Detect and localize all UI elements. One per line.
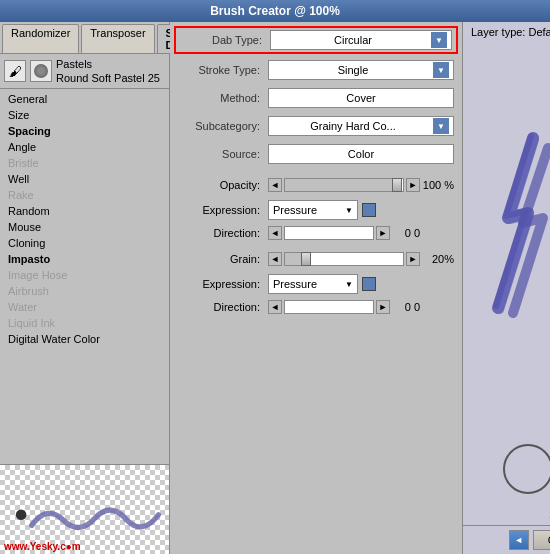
opacity-thumb[interactable] <box>392 178 402 192</box>
nav-item-rake: Rake <box>0 187 169 203</box>
grain-expr-checkbox[interactable] <box>362 277 376 291</box>
clear-button[interactable]: Clear <box>533 530 550 550</box>
nav-list: General Size Spacing Angle Bristle Well … <box>0 89 169 464</box>
opacity-expr-arrow: ▼ <box>345 206 353 215</box>
nav-item-bristle: Bristle <box>0 155 169 171</box>
nav-item-image-hose: Image Hose <box>0 267 169 283</box>
opacity-dir-label: Direction: <box>178 227 268 239</box>
opacity-label: Opacity: <box>178 179 268 191</box>
opacity-value: 100 % <box>422 179 454 191</box>
stroke-type-value: Single <box>273 64 433 76</box>
nav-item-random[interactable]: Random <box>0 203 169 219</box>
tabs-container: Randomizer Transposer Stroke Designer <box>0 22 169 54</box>
nav-item-water: Water <box>0 299 169 315</box>
grain-dir-value: 0 0 <box>392 301 420 313</box>
title-text: Brush Creator @ 100% <box>210 4 340 18</box>
nav-item-well[interactable]: Well <box>0 171 169 187</box>
nav-item-liquid-ink: Liquid Ink <box>0 315 169 331</box>
grain-expr-dropdown[interactable]: Pressure ▼ <box>268 274 358 294</box>
opacity-expr-label: Expression: <box>178 204 268 216</box>
stroke-type-field: Single ▼ <box>268 60 454 80</box>
brush-preview-area: www.Yesky.c●m <box>0 464 169 554</box>
source-value: Color <box>273 148 449 160</box>
circle-preview-container <box>463 444 550 494</box>
opacity-expr-value: Pressure <box>273 204 317 216</box>
nav-item-general[interactable]: General <box>0 91 169 107</box>
dab-type-label: Dab Type: <box>180 34 270 46</box>
nav-item-size[interactable]: Size <box>0 107 169 123</box>
nav-item-airbrush: Airbrush <box>0 283 169 299</box>
nav-item-angle[interactable]: Angle <box>0 139 169 155</box>
grain-expr-label: Expression: <box>178 278 268 290</box>
method-row: Method: Cover <box>174 86 458 110</box>
stroke-type-row: Stroke Type: Single ▼ <box>174 58 458 82</box>
bottom-buttons: ◄ Clear <box>463 525 550 554</box>
grain-decrease[interactable]: ◄ <box>268 252 282 266</box>
grain-slider-container: ◄ ► 20% <box>268 252 454 266</box>
brush-category: Pastels <box>56 58 160 70</box>
settings-panel: Dab Type: Circular ▼ Stroke Type: Single… <box>170 22 462 554</box>
method-value: Cover <box>273 92 449 104</box>
grain-dir-container: ◄ ► 0 0 <box>268 300 420 314</box>
opacity-dir-track[interactable] <box>284 226 374 240</box>
grain-dir-track[interactable] <box>284 300 374 314</box>
opacity-dir-increase[interactable]: ► <box>376 226 390 240</box>
version-number: 1. 4. 3 <box>463 502 550 525</box>
opacity-dir-decrease[interactable]: ◄ <box>268 226 282 240</box>
grain-dir-label: Direction: <box>178 301 268 313</box>
grain-dir-decrease[interactable]: ◄ <box>268 300 282 314</box>
grain-increase[interactable]: ► <box>406 252 420 266</box>
opacity-slider-container: ◄ ► 100 % <box>268 178 454 192</box>
subcategory-dropdown[interactable]: ▼ <box>433 118 449 134</box>
source-row: Source: Color <box>174 142 458 166</box>
far-right-panel: Layer type: Default 1. 4. 3 ◄ Clear <box>462 22 550 554</box>
nav-left-button[interactable]: ◄ <box>509 530 529 550</box>
opacity-expr-dropdown[interactable]: Pressure ▼ <box>268 200 358 220</box>
grain-value: 20% <box>422 253 454 265</box>
lightning-brush-svg <box>463 128 550 358</box>
dab-type-row: Dab Type: Circular ▼ <box>174 26 458 54</box>
brush-names: Pastels Round Soft Pastel 25 <box>56 58 160 84</box>
grain-expr-row: Expression: Pressure ▼ <box>174 272 458 296</box>
subcategory-value: Grainy Hard Co... <box>273 120 433 132</box>
left-panel: Randomizer Transposer Stroke Designer 🖌 … <box>0 22 170 554</box>
dab-type-dropdown[interactable]: ▼ <box>431 32 447 48</box>
watermark: www.Yesky.c●m <box>4 541 81 552</box>
opacity-dir-row: Direction: ◄ ► 0 0 <box>174 224 458 242</box>
opacity-increase[interactable]: ► <box>406 178 420 192</box>
tab-randomizer[interactable]: Randomizer <box>2 24 79 53</box>
grain-expr-arrow: ▼ <box>345 280 353 289</box>
method-label: Method: <box>178 92 268 104</box>
source-label: Source: <box>178 148 268 160</box>
grain-row: Grain: ◄ ► 20% <box>174 250 458 268</box>
stroke-type-label: Stroke Type: <box>178 64 268 76</box>
nav-item-spacing[interactable]: Spacing <box>0 123 169 139</box>
nav-item-digital-water-color[interactable]: Digital Water Color <box>0 331 169 347</box>
tab-transposer[interactable]: Transposer <box>81 24 154 53</box>
opacity-dir-value: 0 0 <box>392 227 420 239</box>
nav-item-cloning[interactable]: Cloning <box>0 235 169 251</box>
brush-round-icon[interactable] <box>30 60 52 82</box>
opacity-dir-container: ◄ ► 0 0 <box>268 226 420 240</box>
grain-expr-value: Pressure <box>273 278 317 290</box>
opacity-expr-checkbox[interactable] <box>362 203 376 217</box>
dab-type-field: Circular ▼ <box>270 30 452 50</box>
grain-dir-row: Direction: ◄ ► 0 0 <box>174 298 458 316</box>
grain-dir-increase[interactable]: ► <box>376 300 390 314</box>
grain-thumb[interactable] <box>301 252 311 266</box>
nav-item-impasto[interactable]: Impasto <box>0 251 169 267</box>
layer-type-label: Layer type: Default <box>463 22 550 42</box>
opacity-expr-row: Expression: Pressure ▼ <box>174 198 458 222</box>
source-field: Color <box>268 144 454 164</box>
subcategory-row: Subcategory: Grainy Hard Co... ▼ <box>174 114 458 138</box>
nav-item-mouse[interactable]: Mouse <box>0 219 169 235</box>
svg-point-0 <box>16 510 27 521</box>
eraser-icon[interactable]: 🖌 <box>4 60 26 82</box>
title-bar: Brush Creator @ 100% <box>0 0 550 22</box>
brush-stroke-preview <box>463 42 550 444</box>
grain-track[interactable] <box>284 252 404 266</box>
opacity-track[interactable] <box>284 178 404 192</box>
stroke-type-dropdown[interactable]: ▼ <box>433 62 449 78</box>
subcategory-label: Subcategory: <box>178 120 268 132</box>
opacity-decrease[interactable]: ◄ <box>268 178 282 192</box>
